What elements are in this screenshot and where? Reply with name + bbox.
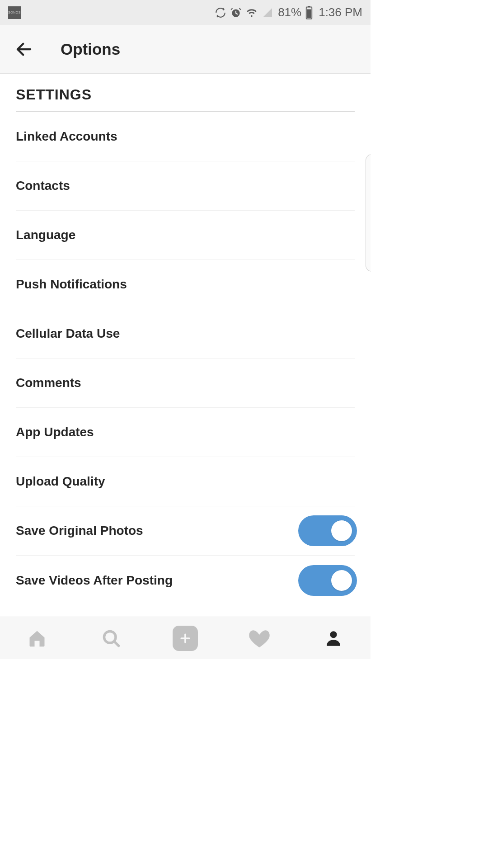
home-icon: [27, 628, 47, 648]
row-upload-quality[interactable]: Upload Quality: [16, 457, 355, 506]
toggle-save-original-photos[interactable]: [298, 515, 357, 546]
nav-profile[interactable]: [320, 625, 347, 652]
nav-activity[interactable]: [246, 625, 273, 652]
row-label: Push Notifications: [16, 277, 127, 292]
settings-content: SETTINGS Linked Accounts Contacts Langua…: [0, 74, 371, 617]
app-badge-icon: SONOS: [8, 6, 21, 19]
row-push-notifications[interactable]: Push Notifications: [16, 260, 355, 309]
row-label: Comments: [16, 376, 81, 390]
clock-time: 1:36 PM: [319, 5, 362, 19]
toggle-knob: [331, 520, 352, 541]
row-label: App Updates: [16, 425, 94, 439]
row-save-videos-after-posting: Save Videos After Posting: [16, 556, 355, 605]
app-header: Options: [0, 25, 371, 74]
svg-rect-3: [307, 9, 311, 18]
row-label: Cellular Data Use: [16, 326, 120, 341]
status-left: SONOS: [8, 6, 21, 19]
wifi-icon: [245, 7, 258, 18]
status-right: 81% 1:36 PM: [215, 5, 362, 19]
row-label: Contacts: [16, 179, 70, 193]
svg-line-6: [114, 642, 118, 646]
page-title: Options: [61, 40, 120, 58]
section-heading: SETTINGS: [16, 74, 355, 112]
status-bar: SONOS 81%: [0, 0, 371, 25]
scroll-handle[interactable]: [366, 154, 371, 272]
add-icon: [173, 626, 198, 651]
row-cellular-data-use[interactable]: Cellular Data Use: [16, 309, 355, 359]
toggle-save-videos-after-posting[interactable]: [298, 565, 357, 596]
row-label: Upload Quality: [16, 474, 105, 489]
bottom-nav: [0, 617, 371, 659]
battery-icon: [305, 6, 313, 19]
row-contacts[interactable]: Contacts: [16, 161, 355, 211]
row-app-updates[interactable]: App Updates: [16, 408, 355, 457]
row-label: Save Original Photos: [16, 524, 143, 538]
row-language[interactable]: Language: [16, 211, 355, 260]
cell-signal-icon: [262, 7, 273, 18]
alarm-icon: [230, 7, 242, 19]
svg-rect-2: [308, 6, 310, 7]
row-save-original-photos: Save Original Photos: [16, 506, 355, 556]
nav-search[interactable]: [98, 625, 125, 652]
wifi-rotate-icon: [215, 7, 226, 19]
nav-home[interactable]: [23, 625, 51, 652]
heart-icon: [249, 628, 270, 648]
svg-point-9: [330, 631, 337, 638]
row-label: Language: [16, 228, 75, 242]
toggle-knob: [331, 570, 352, 591]
row-label: Save Videos After Posting: [16, 573, 173, 588]
row-linked-accounts[interactable]: Linked Accounts: [16, 112, 355, 161]
profile-icon: [324, 628, 343, 648]
search-icon: [101, 628, 121, 648]
row-label: Linked Accounts: [16, 129, 117, 144]
battery-percent: 81%: [278, 5, 301, 19]
nav-add[interactable]: [172, 625, 199, 652]
row-comments[interactable]: Comments: [16, 359, 355, 408]
back-arrow-icon[interactable]: [14, 40, 33, 59]
